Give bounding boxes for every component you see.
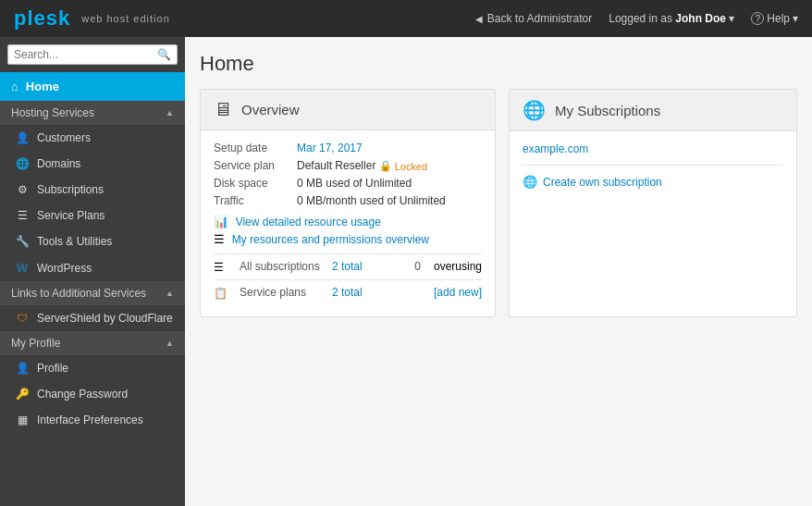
sidebar: 🔍 ⌂ Home Hosting Services ▲ 👤 Customers … xyxy=(0,37,185,506)
view-usage-row: 📊 View detailed resource usage xyxy=(214,215,482,228)
create-subscription-row: 🌐 Create own subscription xyxy=(523,175,783,189)
top-nav-right: Back to Administrator Logged in as John … xyxy=(475,12,798,25)
main-content: Home 🖥 Overview Setup date Mar 17, 2017 … xyxy=(185,37,812,506)
resources-link[interactable]: My resources and permissions overview xyxy=(232,233,429,246)
sidebar-item-wordpress[interactable]: W WordPress xyxy=(0,254,185,281)
sidebar-item-change-password[interactable]: 🔑 Change Password xyxy=(0,381,185,407)
overview-card-header: 🖥 Overview xyxy=(201,90,495,130)
service-plan-label: Service plan xyxy=(214,159,297,172)
service-plans-stats-label: Service plans xyxy=(240,286,323,299)
wordpress-icon: W xyxy=(15,261,30,275)
overusing-label: overusing xyxy=(434,260,482,273)
search-input[interactable] xyxy=(14,48,157,61)
top-navbar: plesk web host edition Back to Administr… xyxy=(0,0,812,37)
all-subscriptions-label: All subscriptions xyxy=(240,260,323,273)
app-edition: web host edition xyxy=(81,13,170,24)
subscriptions-card-title: My Subscriptions xyxy=(555,103,660,118)
add-subscription-icon: 🌐 xyxy=(523,175,537,189)
chevron-icon: ▲ xyxy=(166,289,174,298)
user-icon: 👤 xyxy=(15,131,30,144)
setup-date-label: Setup date xyxy=(214,142,297,154)
main-layout: 🔍 ⌂ Home Hosting Services ▲ 👤 Customers … xyxy=(0,37,812,506)
subscriptions-label: Subscriptions xyxy=(37,183,104,196)
sidebar-item-interface-prefs[interactable]: ▦ Interface Preferences xyxy=(0,407,185,433)
service-plans-label: Service Plans xyxy=(37,209,105,222)
all-subscriptions-over: 0 xyxy=(414,260,421,273)
sidebar-search-container: 🔍 xyxy=(0,37,185,72)
arrow-left-icon xyxy=(475,12,483,25)
service-plans-total[interactable]: 2 total xyxy=(332,286,363,299)
hosting-services-label: Hosting Services xyxy=(11,106,94,119)
example-com-link[interactable]: example.com xyxy=(523,142,783,155)
create-subscription-link[interactable]: Create own subscription xyxy=(543,176,662,189)
customers-label: Customers xyxy=(37,131,91,144)
cards-row: 🖥 Overview Setup date Mar 17, 2017 Servi… xyxy=(200,89,797,317)
divider xyxy=(523,165,783,166)
profile-icon: 👤 xyxy=(15,362,30,375)
sidebar-item-domains[interactable]: 🌐 Domains xyxy=(0,151,185,177)
search-input-wrap[interactable]: 🔍 xyxy=(7,44,178,65)
setup-date-value: Mar 17, 2017 xyxy=(297,142,363,154)
service-plans-stats: 📋 Service plans 2 total [add new] xyxy=(214,279,482,305)
my-profile-section-label: My Profile xyxy=(11,337,60,350)
servershield-label: ServerShield by CloudFlare xyxy=(37,312,173,325)
links-section-label: Links to Additional Services xyxy=(11,287,146,300)
wordpress-label: WordPress xyxy=(37,262,92,275)
add-new-service-plan-link[interactable]: [add new] xyxy=(434,286,482,299)
logged-in-user[interactable]: John Doe xyxy=(675,12,726,25)
help-button[interactable]: ? Help ▾ xyxy=(751,12,798,25)
sidebar-section-links[interactable]: Links to Additional Services ▲ xyxy=(0,281,185,305)
globe-icon: 🌐 xyxy=(15,157,30,170)
list-icon: ☰ xyxy=(214,232,225,246)
traffic-label: Traffic xyxy=(214,194,297,207)
all-subscriptions-total[interactable]: 2 total xyxy=(332,260,363,273)
resources-row: ☰ My resources and permissions overview xyxy=(214,232,482,246)
sidebar-section-my-profile[interactable]: My Profile ▲ xyxy=(0,331,185,355)
setup-date-row: Setup date Mar 17, 2017 xyxy=(214,142,482,154)
sidebar-item-subscriptions[interactable]: ⚙ Subscriptions xyxy=(0,177,185,203)
sidebar-item-home[interactable]: ⌂ Home xyxy=(0,72,185,101)
service-plan-row: Service plan Default Reseller 🔒 Locked xyxy=(214,159,482,172)
search-icon: 🔍 xyxy=(157,48,171,61)
shield-icon: 🛡 xyxy=(15,312,30,325)
plesk-logo-mark: plesk xyxy=(14,6,70,31)
question-icon: ? xyxy=(751,12,764,25)
subscriptions-card-body: example.com 🌐 Create own subscription xyxy=(510,131,796,200)
key-icon: 🔑 xyxy=(15,388,30,401)
sidebar-section-hosting-services[interactable]: Hosting Services ▲ xyxy=(0,101,185,125)
domains-label: Domains xyxy=(37,157,80,170)
home-icon: ⌂ xyxy=(11,80,18,93)
sidebar-item-tools[interactable]: 🔧 Tools & Utilities xyxy=(0,228,185,254)
overview-card: 🖥 Overview Setup date Mar 17, 2017 Servi… xyxy=(200,89,496,317)
globe-blue-icon: 🌐 xyxy=(523,99,546,121)
sidebar-item-profile[interactable]: 👤 Profile xyxy=(0,355,185,381)
view-usage-link[interactable]: View detailed resource usage xyxy=(236,216,381,228)
subscriptions-card: 🌐 My Subscriptions example.com 🌐 Create … xyxy=(509,89,797,317)
overview-title: Overview xyxy=(241,102,300,117)
chevron-icon-profile: ▲ xyxy=(166,339,174,348)
service-plans-stats-icon: 📋 xyxy=(214,287,230,300)
lock-icon: 🔒 xyxy=(379,160,392,172)
logged-in-info: Logged in as John Doe ▾ xyxy=(609,12,734,25)
disk-space-row: Disk space 0 MB used of Unlimited xyxy=(214,177,482,190)
sidebar-item-servershield[interactable]: 🛡 ServerShield by CloudFlare xyxy=(0,305,185,331)
chart-icon: 📊 xyxy=(214,215,228,228)
page-title: Home xyxy=(200,52,797,76)
monitor-icon: 🖥 xyxy=(214,99,232,120)
back-to-admin-label: Back to Administrator xyxy=(487,12,592,25)
app-logo: plesk web host edition xyxy=(14,6,170,31)
interface-prefs-label: Interface Preferences xyxy=(37,413,143,426)
help-label: Help xyxy=(767,12,790,25)
tools-icon: 🔧 xyxy=(15,235,30,248)
overview-card-body: Setup date Mar 17, 2017 Service plan Def… xyxy=(201,130,495,316)
interface-icon: ▦ xyxy=(15,413,30,426)
sidebar-item-service-plans[interactable]: ☰ Service Plans xyxy=(0,203,185,228)
subscriptions-stats-icon: ☰ xyxy=(214,261,230,274)
gear-icon: ⚙ xyxy=(15,183,30,196)
traffic-value: 0 MB/month used of Unlimited xyxy=(297,194,446,207)
sidebar-item-customers[interactable]: 👤 Customers xyxy=(0,125,185,151)
back-to-admin-link[interactable]: Back to Administrator xyxy=(475,12,592,25)
change-password-label: Change Password xyxy=(37,388,128,401)
locked-badge: 🔒 Locked xyxy=(379,160,427,172)
traffic-row: Traffic 0 MB/month used of Unlimited xyxy=(214,194,482,207)
